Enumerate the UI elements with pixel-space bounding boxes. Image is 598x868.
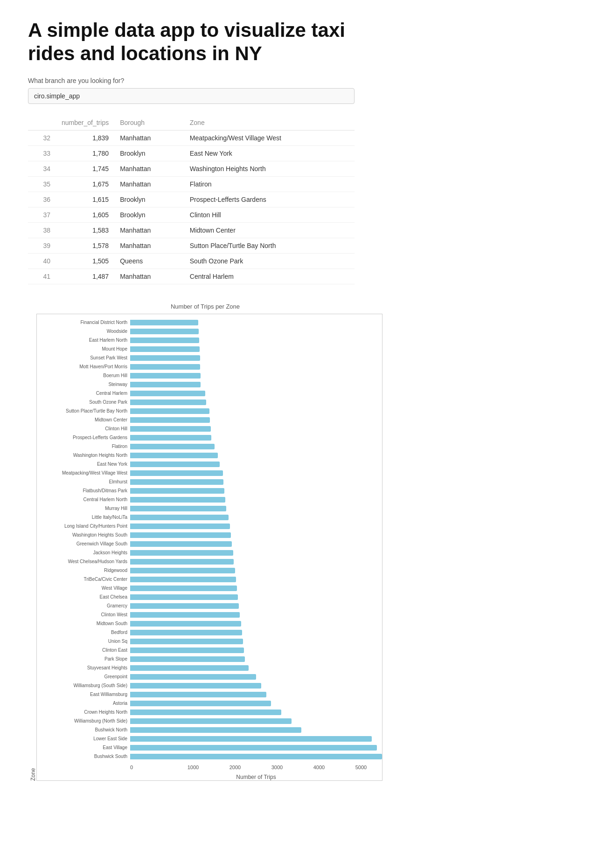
bar-fill xyxy=(130,745,377,751)
bar-row: Sutton Place/Turtle Bay North xyxy=(37,407,382,415)
bar-label: East New York xyxy=(37,462,130,467)
bar-track xyxy=(130,453,382,458)
bar-track xyxy=(130,346,382,352)
bar-fill xyxy=(130,612,240,618)
bar-label: East Village xyxy=(37,745,130,750)
bar-row: East Village xyxy=(37,744,382,751)
bar-row: Little Italy/NoLiTa xyxy=(37,514,382,521)
bar-fill xyxy=(130,603,239,609)
bar-track xyxy=(130,470,382,476)
bar-label: Woodside xyxy=(37,329,130,334)
x-tick: 4000 xyxy=(298,765,340,770)
bar-track xyxy=(130,674,382,680)
table-row: 371,605BrooklynClinton Hill xyxy=(28,207,355,222)
bar-row: Gramercy xyxy=(37,602,382,610)
bar-track xyxy=(130,559,382,565)
bar-fill xyxy=(130,586,237,591)
bar-fill xyxy=(130,648,244,653)
bar-row: Sunset Park West xyxy=(37,354,382,362)
bar-track xyxy=(130,692,382,697)
bar-row: West Village xyxy=(37,585,382,592)
bar-row: Murray Hill xyxy=(37,505,382,512)
bar-row: Clinton Hill xyxy=(37,425,382,433)
bar-track xyxy=(130,497,382,503)
bar-label: Elmhurst xyxy=(37,479,130,484)
bar-track xyxy=(130,364,382,370)
bar-row: Lower East Side xyxy=(37,735,382,743)
table-row: 381,583ManhattanMidtown Center xyxy=(28,222,355,238)
bar-fill xyxy=(130,497,225,503)
bar-fill xyxy=(130,320,198,325)
bar-label: Midtown South xyxy=(37,621,130,626)
table-cell: 40 xyxy=(28,253,56,269)
bar-label: Ridgewood xyxy=(37,568,130,573)
table-cell: 34 xyxy=(28,161,56,176)
bar-row: Ridgewood xyxy=(37,567,382,574)
bar-row: Meatpacking/West Village West xyxy=(37,469,382,477)
branch-input[interactable] xyxy=(28,88,355,104)
bar-fill xyxy=(130,462,220,467)
bar-label: Central Harlem xyxy=(37,391,130,396)
bar-fill xyxy=(130,665,249,671)
bar-row: Stuyvesant Heights xyxy=(37,664,382,672)
bar-track xyxy=(130,355,382,361)
table-cell: Manhattan xyxy=(114,238,184,253)
bar-label: Bedford xyxy=(37,630,130,635)
bar-track xyxy=(130,426,382,432)
bar-label: Flatbush/Ditmas Park xyxy=(37,488,130,493)
bar-fill xyxy=(130,532,231,538)
y-axis-label: Zone xyxy=(28,314,36,781)
table-cell: 1,675 xyxy=(56,176,114,192)
bar-row: TriBeCa/Civic Center xyxy=(37,576,382,583)
bar-fill xyxy=(130,417,210,423)
table-cell: 38 xyxy=(28,222,56,238)
bar-label: Bushwick North xyxy=(37,727,130,732)
table-cell: 1,578 xyxy=(56,238,114,253)
bar-label: Stuyvesant Heights xyxy=(37,665,130,670)
bar-track xyxy=(130,479,382,485)
bar-track xyxy=(130,736,382,742)
bar-fill xyxy=(130,559,234,565)
bar-track xyxy=(130,329,382,334)
bar-label: Meatpacking/West Village West xyxy=(37,470,130,475)
bar-track xyxy=(130,621,382,627)
bar-label: Sutton Place/Turtle Bay North xyxy=(37,408,130,413)
table-header xyxy=(28,115,56,131)
bar-row: Steinway xyxy=(37,381,382,388)
bar-fill xyxy=(130,355,200,361)
bar-row: Astoria xyxy=(37,700,382,707)
bar-label: West Chelsea/Hudson Yards xyxy=(37,559,130,564)
table-cell: Manhattan xyxy=(114,222,184,238)
bar-fill xyxy=(130,710,281,715)
bar-label: Gramercy xyxy=(37,603,130,608)
table-header: number_of_trips xyxy=(56,115,114,131)
bar-fill xyxy=(130,435,211,441)
bar-track xyxy=(130,417,382,423)
bar-fill xyxy=(130,400,206,405)
bar-fill xyxy=(130,346,200,352)
table-row: 401,505QueensSouth Ozone Park xyxy=(28,253,355,269)
bar-track xyxy=(130,639,382,644)
bar-track xyxy=(130,577,382,582)
bar-label: Mount Hope xyxy=(37,346,130,351)
bar-fill xyxy=(130,382,201,387)
bar-track xyxy=(130,568,382,573)
table-cell: Brooklyn xyxy=(114,207,184,222)
bar-fill xyxy=(130,408,209,414)
x-tick: 2000 xyxy=(214,765,256,770)
bar-track xyxy=(130,541,382,547)
data-table: number_of_tripsBoroughZone 321,839Manhat… xyxy=(28,115,355,284)
bar-fill xyxy=(130,470,223,476)
bar-track xyxy=(130,586,382,591)
bar-fill xyxy=(130,515,229,520)
table-cell: 1,505 xyxy=(56,253,114,269)
bar-fill xyxy=(130,373,201,379)
table-cell: 32 xyxy=(28,130,56,145)
x-tick: 0 xyxy=(130,765,172,770)
bar-label: Greenwich Village South xyxy=(37,541,130,546)
bar-row: Williamsburg (North Side) xyxy=(37,717,382,725)
table-cell: 33 xyxy=(28,145,56,161)
table-row: 351,675ManhattanFlatiron xyxy=(28,176,355,192)
table-cell: Queens xyxy=(114,253,184,269)
bar-track xyxy=(130,603,382,609)
